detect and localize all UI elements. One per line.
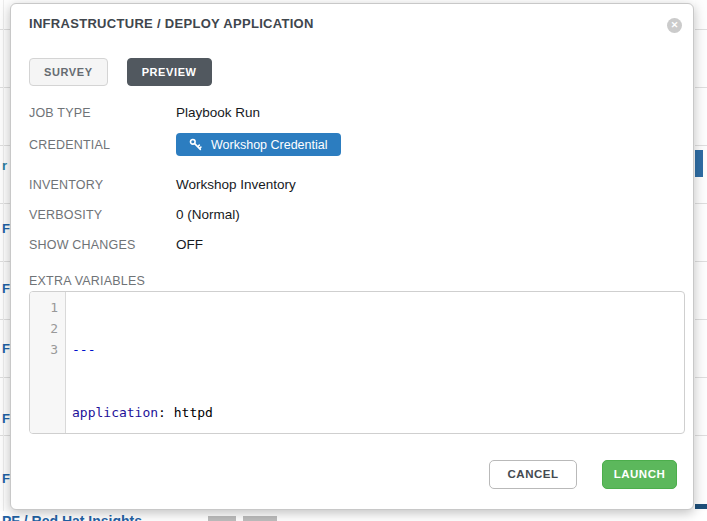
show-changes-value: OFF (176, 237, 203, 252)
background-page-bottom-edge: PF / Red Hat Insights (0, 511, 707, 521)
key-icon (189, 138, 202, 151)
tab-preview[interactable]: PREVIEW (127, 58, 212, 86)
background-page-left-edge: r F F F F F (0, 0, 10, 521)
modal-tabs: SURVEY PREVIEW (29, 58, 212, 86)
code-line-2: application: httpd (72, 402, 684, 423)
yaml-value: httpd (166, 405, 213, 420)
extra-variables-editor: 1 2 3 --- application: httpd (29, 291, 685, 434)
tab-survey[interactable]: SURVEY (29, 58, 108, 86)
inventory-label: INVENTORY (29, 178, 176, 192)
credential-label: CREDENTIAL (29, 138, 176, 152)
field-row-inventory: INVENTORY Workshop Inventory (29, 177, 674, 192)
yaml-doc-separator: --- (72, 342, 95, 357)
credential-badge[interactable]: Workshop Credential (176, 133, 341, 156)
field-row-credential: CREDENTIAL Workshop Credential (29, 133, 674, 156)
field-row-job-type: JOB TYPE Playbook Run (29, 105, 674, 120)
background-text-fragment (208, 516, 236, 521)
inventory-value: Workshop Inventory (176, 177, 296, 192)
launch-button[interactable]: LAUNCH (602, 460, 677, 489)
extra-variables-label: EXTRA VARIABLES (29, 274, 145, 288)
credential-badge-label: Workshop Credential (211, 138, 328, 152)
line-number: 2 (30, 318, 65, 339)
deploy-application-modal: INFRASTRUCTURE / DEPLOY APPLICATION ✕ SU… (10, 3, 694, 510)
verbosity-value: 0 (Normal) (176, 207, 240, 222)
background-navy-bar (695, 504, 707, 509)
close-icon[interactable]: ✕ (667, 18, 682, 33)
editor-line-number-gutter: 1 2 3 (30, 292, 66, 433)
job-type-label: JOB TYPE (29, 106, 176, 120)
background-link-fragment: PF / Red Hat Insights (2, 513, 142, 521)
line-number: 1 (30, 297, 65, 318)
field-row-show-changes: SHOW CHANGES OFF (29, 237, 674, 252)
cancel-button[interactable]: CANCEL (489, 460, 577, 489)
field-row-verbosity: VERBOSITY 0 (Normal) (29, 207, 674, 222)
background-blue-button-edge (695, 150, 703, 177)
job-details: JOB TYPE Playbook Run CREDENTIAL Worksho… (29, 105, 674, 252)
yaml-colon: : (158, 405, 166, 420)
background-text-fragment (243, 516, 277, 521)
yaml-key: application (72, 405, 158, 420)
background-page-right-edge (695, 0, 707, 521)
line-number: 3 (30, 339, 65, 360)
show-changes-label: SHOW CHANGES (29, 238, 176, 252)
verbosity-label: VERBOSITY (29, 208, 176, 222)
code-line-1: --- (72, 339, 684, 360)
modal-title: INFRASTRUCTURE / DEPLOY APPLICATION (29, 16, 314, 31)
screen: r F F F F F PF / Red Hat Insights INFRAS… (0, 0, 707, 521)
editor-code-area[interactable]: --- application: httpd (66, 292, 684, 433)
job-type-value: Playbook Run (176, 105, 260, 120)
